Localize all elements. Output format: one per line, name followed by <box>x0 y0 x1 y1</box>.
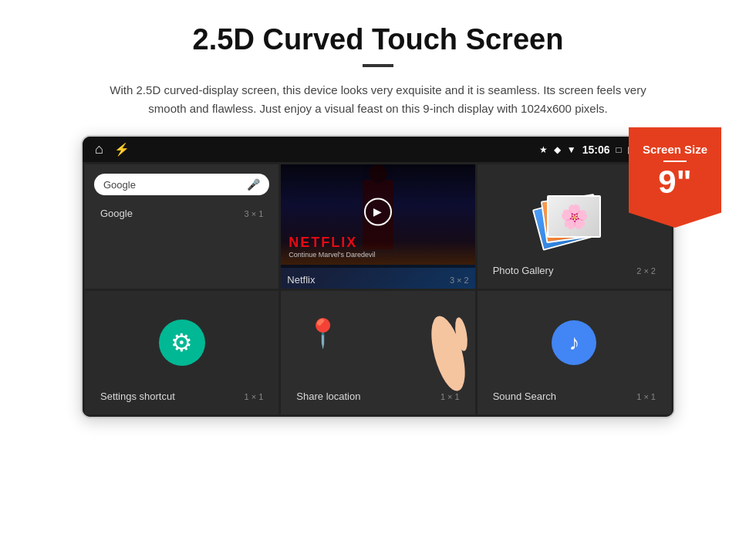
badge-divider <box>663 161 687 162</box>
page-wrapper: 2.5D Curved Touch Screen With 2.5D curve… <box>0 0 756 434</box>
google-maps-icon: 📍 <box>302 312 344 354</box>
camera-icon: □ <box>616 144 622 155</box>
gallery-label: Photo Gallery <box>493 265 554 276</box>
google-logo: Google <box>103 179 241 191</box>
netflix-play-button[interactable]: ▶ <box>364 198 392 225</box>
bluetooth-icon: ★ <box>539 144 548 155</box>
gallery-card-flower: 🌸 <box>547 195 601 238</box>
netflix-content: ▶ NETFLIX Continue Marvel's Daredevil Ne… <box>281 164 474 289</box>
app-grid: Google 🎤 Google 3 × 1 <box>83 162 673 417</box>
status-bar: ⌂ ⚡ ★ ◆ ▼ 15:06 □ ▷ ☐ ■ <box>83 137 673 162</box>
screen-size-badge: Screen Size 9" <box>629 127 721 228</box>
netflix-text-overlay: NETFLIX Continue Marvel's Daredevil <box>289 235 375 259</box>
app-cell-google[interactable]: Google 🎤 Google 3 × 1 <box>85 164 278 289</box>
page-title: 2.5D Curved Touch Screen <box>46 23 710 56</box>
app-cell-netflix[interactable]: ▶ NETFLIX Continue Marvel's Daredevil Ne… <box>281 164 474 289</box>
settings-gear-icon: ⚙ <box>159 320 205 366</box>
mic-icon[interactable]: 🎤 <box>247 178 260 191</box>
settings-label: Settings shortcut <box>100 391 175 402</box>
sound-icon-wrapper: ♪ <box>487 300 662 384</box>
netflix-brand: NETFLIX <box>289 235 375 249</box>
sound-size: 1 × 1 <box>636 392 656 401</box>
app-cell-share[interactable]: 📍 Share location 1 × 1 <box>281 291 474 414</box>
google-size: 3 × 1 <box>245 209 264 218</box>
sound-circle-icon: ♪ <box>552 320 596 365</box>
google-label: Google <box>100 208 133 219</box>
netflix-image: ▶ NETFLIX Continue Marvel's Daredevil <box>281 164 474 265</box>
device-screen: ⌂ ⚡ ★ ◆ ▼ 15:06 □ ▷ ☐ ■ <box>81 135 675 418</box>
flower-icon: 🌸 <box>560 203 589 230</box>
google-footer: Google 3 × 1 <box>94 205 269 222</box>
netflix-size: 3 × 2 <box>450 276 469 285</box>
netflix-bottom-bar <box>281 265 474 268</box>
badge-size: 9" <box>658 166 691 198</box>
gallery-size: 2 × 2 <box>636 266 656 276</box>
netflix-label: Netflix <box>287 274 315 286</box>
status-left: ⌂ ⚡ <box>95 141 130 157</box>
sound-footer: Sound Search 1 × 1 <box>487 387 662 405</box>
netflix-footer: Netflix 3 × 2 <box>281 271 474 289</box>
svg-point-0 <box>424 313 471 394</box>
gallery-footer: Photo Gallery 2 × 2 <box>487 262 662 279</box>
usb-icon: ⚡ <box>114 142 130 157</box>
share-label: Share location <box>296 391 360 402</box>
netflix-subtitle: Continue Marvel's Daredevil <box>289 251 375 259</box>
badge-label: Screen Size <box>643 143 707 157</box>
title-divider <box>363 64 393 67</box>
settings-size: 1 × 1 <box>245 392 264 401</box>
app-cell-settings[interactable]: ⚙ Settings shortcut 1 × 1 <box>85 291 278 414</box>
settings-footer: Settings shortcut 1 × 1 <box>94 387 269 405</box>
page-description: With 2.5D curved-display screen, this de… <box>108 81 648 118</box>
location-icon: ◆ <box>554 144 561 155</box>
wifi-icon: ▼ <box>567 144 576 155</box>
google-search-bar[interactable]: Google 🎤 <box>94 174 269 195</box>
home-icon[interactable]: ⌂ <box>95 141 103 157</box>
hand-pointer <box>421 311 475 399</box>
status-time: 15:06 <box>582 144 610 156</box>
screen-container: Screen Size 9" ⌂ ⚡ ★ ◆ ▼ 15:06 □ ▷ ☐ <box>81 135 675 418</box>
settings-icon-wrapper: ⚙ <box>94 300 269 384</box>
app-cell-sound[interactable]: ♪ Sound Search 1 × 1 <box>478 291 671 414</box>
sound-label: Sound Search <box>493 391 556 402</box>
